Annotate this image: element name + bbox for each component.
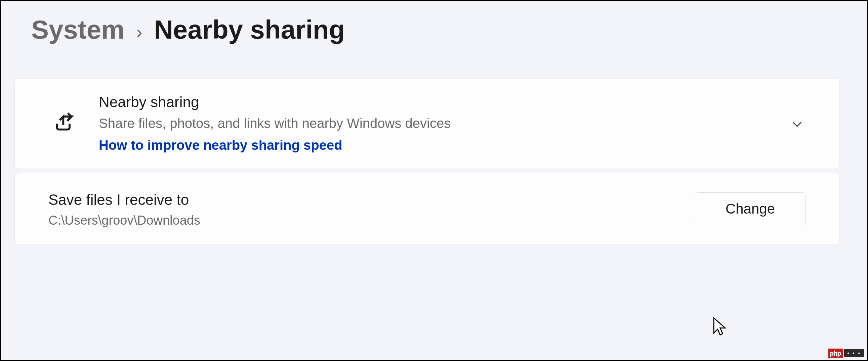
- breadcrumb-parent[interactable]: System: [31, 14, 125, 45]
- breadcrumb-current: Nearby sharing: [154, 14, 345, 45]
- improve-speed-link[interactable]: How to improve nearby sharing speed: [99, 135, 779, 155]
- watermark-left: php: [828, 349, 843, 358]
- save-location-path: C:\Users\groov\Downloads: [49, 213, 695, 228]
- change-button[interactable]: Change: [695, 192, 806, 225]
- nearby-sharing-title: Nearby sharing: [99, 92, 779, 111]
- save-location-label: Save files I receive to: [49, 190, 695, 209]
- breadcrumb: System › Nearby sharing: [31, 14, 854, 45]
- watermark-right: • • •: [844, 349, 864, 357]
- nearby-sharing-subtitle: Share files, photos, and links with near…: [99, 114, 779, 132]
- chevron-down-icon[interactable]: [779, 117, 815, 131]
- cursor-icon: [712, 317, 728, 338]
- share-icon: [54, 112, 75, 135]
- watermark: php • • •: [828, 349, 864, 358]
- nearby-sharing-card[interactable]: Nearby sharing Share files, photos, and …: [14, 78, 839, 169]
- save-location-card: Save files I receive to C:\Users\groov\D…: [14, 173, 839, 245]
- chevron-right-icon: ›: [136, 22, 143, 42]
